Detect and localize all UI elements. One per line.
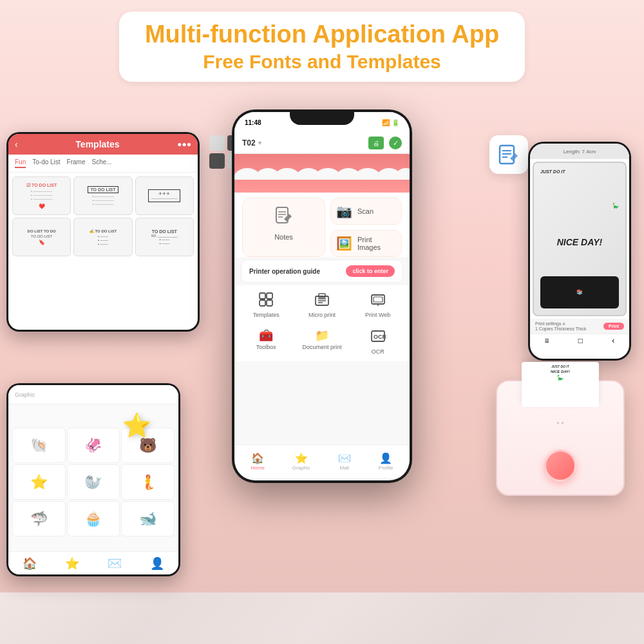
animals-screen: Graphic 🐚 🦑 🐻 ⭐ 🦭 🧜 🦈 🧁 🐋 🏠 ⭐ ✉️ 👤 <box>8 385 178 574</box>
tablet-title: Templates <box>75 139 119 149</box>
scan-feature-box[interactable]: 📷 Scan <box>330 198 402 225</box>
micro-print-item[interactable]: Micro print <box>296 288 349 322</box>
nav-profile-icon: 👤 <box>379 452 392 464</box>
template-card-6[interactable]: TO DO LIST NO. ___________ • ——• —— <box>135 218 194 256</box>
svg-text:OCR: OCR <box>374 334 386 340</box>
bottom-nav: 🏠 Home ⭐ Graphic ✉️ Mall 👤 Profile <box>234 444 410 478</box>
notes-bottom-black: 📚 <box>540 276 619 308</box>
tablet-options-icon[interactable]: ●●● <box>177 140 191 149</box>
notes-image: JUST DO IT 🦕 NICE DAY! 📚 <box>533 162 627 316</box>
print-settings-label: Print settings <box>535 321 561 326</box>
header-icons: 🖨 ✓ <box>368 137 402 149</box>
left-tablet-templates: ‹ Templates ●●● Fun To-do List Frame Sch… <box>6 132 200 332</box>
check-header-icon[interactable]: ✓ <box>389 137 402 149</box>
left-tablet-animals: Graphic 🐚 🦑 🐻 ⭐ 🦭 🧜 🦈 🧁 🐋 🏠 ⭐ ✉️ 👤 <box>6 383 180 576</box>
template-card-2[interactable]: TO DO LIST • ——————• ——————• —————— <box>73 176 132 215</box>
print-header-icon[interactable]: 🖨 <box>368 137 384 149</box>
nav-mall[interactable]: ✉️ Mall <box>338 452 351 471</box>
printer-id: T02 ▾ <box>242 138 261 147</box>
micro-print-icon <box>314 292 330 310</box>
guide-btn[interactable]: click to enter <box>346 265 395 277</box>
ocr-icon: OCR <box>370 328 386 347</box>
animal-card-shark[interactable]: 🦈 <box>12 501 66 536</box>
printer-dropdown-icon[interactable]: ▾ <box>258 140 261 146</box>
animals-grid: 🐚 🦑 🐻 ⭐ 🦭 🧜 🦈 🧁 🐋 <box>8 424 178 540</box>
tab-sche[interactable]: Sche... <box>92 158 112 168</box>
nav-profile-label: Profile <box>379 465 393 471</box>
animal-card-whale[interactable]: 🐋 <box>121 501 175 536</box>
notes-feature-box[interactable]: Notes <box>242 198 325 257</box>
animal-card-cupcake[interactable]: 🧁 <box>67 501 120 536</box>
template-card-3[interactable]: ✈✈✈ ———————— <box>135 176 194 215</box>
printer-top-cam: ● ● <box>497 420 623 426</box>
features-row: Notes 📷 Scan 🖼️ Print Images <box>234 193 410 257</box>
animals-nav-star[interactable]: ⭐ <box>65 556 79 571</box>
animal-card-shell[interactable]: 🐚 <box>12 428 66 463</box>
svg-point-12 <box>394 168 410 180</box>
notes-header: Length: 7.4cm <box>530 144 629 159</box>
nav-profile[interactable]: 👤 Profile <box>379 452 393 471</box>
svg-rect-20 <box>267 300 272 306</box>
animal-card-mermaid[interactable]: 🧜 <box>121 464 175 500</box>
template-grid: ☑ TO DO LIST • ——————• ——————• —————— ❤️… <box>8 173 198 260</box>
template-card-4[interactable]: DO LIST TO DO TO DO LIST 🔖 <box>12 218 71 256</box>
animal-card-walrus[interactable]: 🦭 <box>67 464 120 500</box>
phone-frame: 11:48 📶 🔋 T02 ▾ 🖨 ✓ <box>232 109 412 483</box>
svg-rect-18 <box>267 293 272 299</box>
templates-icon <box>258 292 274 310</box>
center-phone: 11:48 📶 🔋 T02 ▾ 🖨 ✓ <box>232 109 412 483</box>
tab-frame[interactable]: Frame <box>67 158 86 168</box>
icon-row-2: 🧰 Toolbox 📁 Document print OCR <box>234 325 410 361</box>
phone-notch <box>290 109 354 125</box>
animal-card-starfish[interactable]: ⭐ <box>12 464 66 500</box>
dino-icon-area: 🦕 <box>540 203 619 209</box>
nav-graphic[interactable]: ⭐ Graphic <box>292 452 310 471</box>
svg-rect-27 <box>374 297 383 302</box>
nav-home[interactable]: 🏠 Home <box>251 452 264 471</box>
cloud-bumps-svg <box>234 154 410 180</box>
print-settings-bar: Print settings ∧ 1 Copies Thickness Thic… <box>530 319 629 334</box>
animals-nav-profile[interactable]: 👤 <box>150 556 164 571</box>
phone-app-header: T02 ▾ 🖨 ✓ <box>234 133 410 154</box>
animals-nav-mail[interactable]: ✉️ <box>108 556 122 571</box>
print-button[interactable]: Print <box>603 323 624 330</box>
templates-item[interactable]: Templates <box>240 288 293 322</box>
rp-nav-1[interactable]: ≡ <box>545 336 549 345</box>
nice-day-label: NICE DAY! <box>557 237 603 247</box>
print-web-label: Print Web <box>365 312 390 318</box>
template-card-5[interactable]: ✍ TO DO LIST • ——• ——• —— <box>73 218 132 256</box>
guide-text: Printer operation guide <box>249 268 320 275</box>
printer-id-text: T02 <box>242 138 256 147</box>
print-images-label: Print Images <box>357 236 396 251</box>
animals-nav-home[interactable]: 🏠 <box>23 556 37 571</box>
ocr-label: OCR <box>372 348 384 355</box>
tab-todo[interactable]: To-do List <box>32 158 60 168</box>
tablet-back-icon[interactable]: ‹ <box>15 139 18 149</box>
status-time: 11:48 <box>245 119 261 126</box>
nav-graphic-label: Graphic <box>292 465 310 471</box>
tab-fun[interactable]: Fun <box>15 158 26 168</box>
animal-card-octopus[interactable]: 🦑 <box>67 428 120 463</box>
guide-banner: Printer operation guide click to enter <box>241 260 403 283</box>
print-web-item[interactable]: Print Web <box>351 288 404 322</box>
notes-icon <box>274 206 294 231</box>
animals-bar-text: Graphic <box>15 392 35 398</box>
icon-row-1: Templates Micro print <box>234 285 410 325</box>
svg-rect-25 <box>319 294 325 298</box>
notes-label: Notes <box>274 233 293 241</box>
template-card-1[interactable]: ☑ TO DO LIST • ——————• ——————• —————— ❤️ <box>12 176 71 215</box>
note-icon-badge <box>489 135 528 174</box>
printer-power-button[interactable] <box>544 450 576 482</box>
note-svg-icon <box>497 143 520 166</box>
document-print-item[interactable]: 📁 Document print <box>296 325 349 359</box>
phone-screen: 11:48 📶 🔋 T02 ▾ 🖨 ✓ <box>234 112 410 480</box>
toolbox-item[interactable]: 🧰 Toolbox <box>240 325 293 359</box>
print-images-feature-box[interactable]: 🖼️ Print Images <box>330 230 402 257</box>
rp-nav-3[interactable]: ‹ <box>612 336 614 345</box>
rp-nav-2[interactable]: □ <box>578 336 583 345</box>
ocr-item[interactable]: OCR OCR <box>351 325 404 359</box>
grid-sq-1 <box>209 135 225 151</box>
micro-print-label: Micro print <box>308 312 336 318</box>
toolbox-label: Toolbox <box>256 344 276 350</box>
grid-sq-3 <box>209 153 225 169</box>
